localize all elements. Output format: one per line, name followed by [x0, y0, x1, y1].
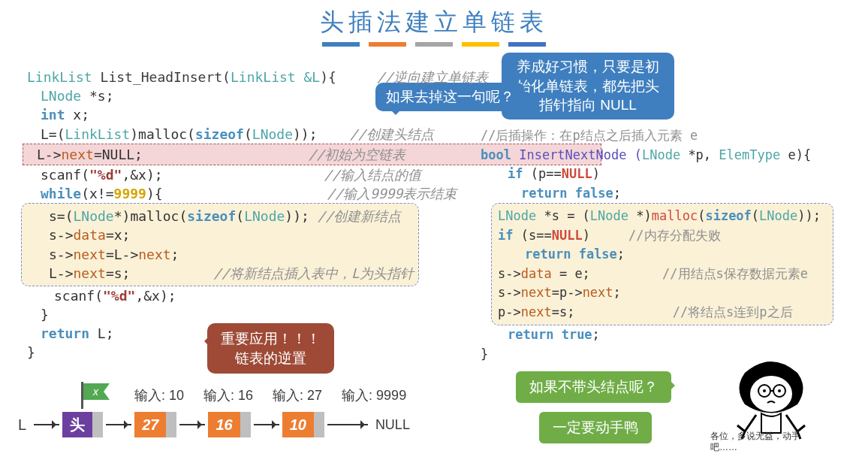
input-3: 输入: 27 — [273, 386, 322, 404]
L-label: L — [18, 416, 26, 434]
input-2: 输入: 16 — [203, 386, 253, 404]
svg-point-8 — [778, 389, 781, 392]
cartoon-caption: 各位，多说无益，动手 吧…… — [710, 431, 800, 454]
code-insert-next: //后插操作：在p结点之后插入元素 e bool InsertNextNode … — [481, 126, 833, 364]
arrow-icon — [327, 424, 368, 425]
null-label: NULL — [375, 417, 410, 433]
page-title: 头插法建立单链表 — [0, 6, 868, 39]
arrow-icon — [106, 424, 131, 425]
question-no-head: 如果不带头结点呢？ — [516, 371, 671, 403]
svg-point-3 — [750, 376, 792, 412]
svg-rect-0 — [81, 382, 83, 409]
head-node: 头 — [62, 412, 103, 437]
cartoon-figure: 各位，多说无益，动手 吧…… — [707, 358, 835, 455]
tip-reverse: 重要应用！！！ 链表的逆置 — [207, 323, 334, 374]
arrow-icon — [254, 424, 279, 425]
list-node: 16 — [208, 412, 250, 437]
input-1: 输入: 10 — [134, 386, 184, 404]
title-underline-bars — [0, 42, 868, 47]
tip-try-yourself: 一定要动手鸭 — [539, 412, 652, 443]
svg-text:x: x — [92, 386, 99, 398]
list-node: 27 — [134, 412, 176, 437]
list-node: 10 — [282, 412, 324, 437]
arrow-icon — [179, 424, 205, 425]
flag-icon: x — [77, 382, 114, 409]
input-4: 输入: 9999 — [342, 386, 406, 404]
svg-point-7 — [763, 389, 766, 392]
arrow-icon — [34, 424, 59, 425]
